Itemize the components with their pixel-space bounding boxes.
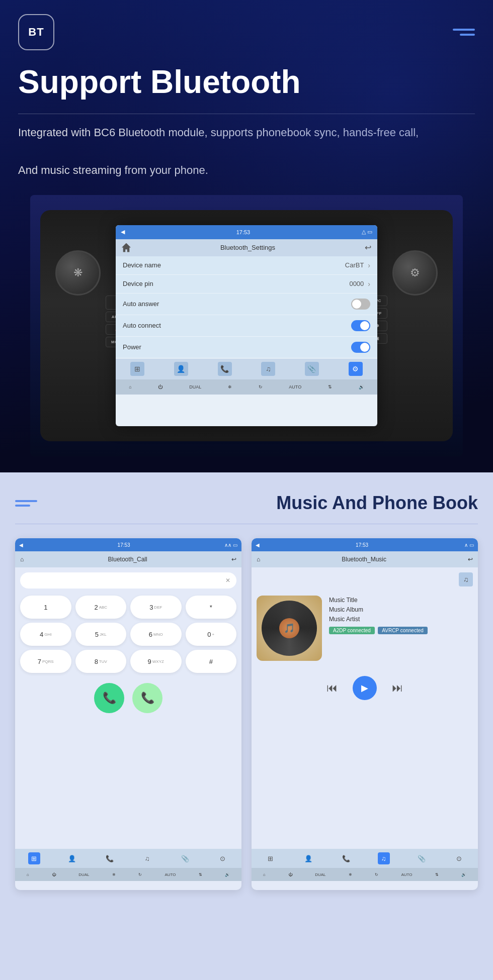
music-home-icon[interactable]: ⌂ (257, 556, 260, 563)
music-sys-power[interactable]: ⏻ (288, 872, 292, 877)
auto-connect-row[interactable]: Auto connect (116, 315, 377, 337)
menu-line-bottom (460, 34, 475, 36)
call-nav-grid[interactable]: ⊞ (28, 852, 40, 864)
dial-3[interactable]: 3DEF (130, 596, 182, 619)
dial-6[interactable]: 6MNO (130, 623, 182, 646)
screen-back-icon[interactable]: ↩ (365, 243, 371, 252)
sysbar-arrows[interactable]: ⇅ (328, 384, 332, 389)
dial-9[interactable]: 9WXYZ (130, 650, 182, 673)
music-nav-cam[interactable]: ⊙ (453, 852, 465, 864)
prev-track-button[interactable]: ⏮ (326, 681, 338, 695)
device-name-row[interactable]: Device name CarBT › (116, 256, 377, 275)
auto-answer-toggle[interactable] (351, 299, 370, 310)
music-controls: ⏮ ▶ ⏭ (257, 676, 473, 700)
music-sys-auto: AUTO (401, 872, 412, 877)
music-nav-clip[interactable]: 📎 (416, 852, 428, 864)
dial-4[interactable]: 4GHI (20, 623, 71, 646)
call-back-icon[interactable]: ↩ (231, 556, 236, 563)
dial-hash[interactable]: # (186, 650, 237, 673)
music-sys-dual: DUAL (315, 872, 325, 877)
album-art: 🎵 (257, 596, 322, 661)
play-button[interactable]: ▶ (353, 676, 377, 700)
power-toggle[interactable] (351, 342, 370, 353)
music-nav-person[interactable]: 👤 (302, 852, 314, 864)
nav-settings-icon[interactable]: ⚙ (349, 362, 363, 376)
sub-screens-container: ◀ 17:53 ∧∧ ▭ ⌂ Bluetooth_Call ↩ ✕ 1 2ABC… (15, 538, 478, 890)
call-titlebar: ⌂ Bluetooth_Call ↩ (15, 551, 241, 567)
vinyl-center: 🎵 (279, 618, 299, 638)
home-icon[interactable] (122, 243, 131, 252)
call-sys-vol[interactable]: 🔊 (225, 872, 230, 877)
sysbar-power[interactable]: ⏻ (158, 384, 162, 389)
auto-connect-label: Auto connect (123, 322, 161, 329)
music-nav-phone[interactable]: 📞 (340, 852, 352, 864)
dial-star[interactable]: * (186, 596, 237, 619)
call-nav-music[interactable]: ♫ (141, 852, 153, 864)
music-sys-vol[interactable]: 🔊 (461, 872, 466, 877)
call-nav-cam[interactable]: ⊙ (217, 852, 229, 864)
music-back-icon[interactable]: ↩ (468, 556, 473, 563)
next-track-button[interactable]: ⏭ (392, 681, 403, 695)
sysbar-fan[interactable]: ❄ (228, 384, 232, 389)
device-name-value: CarBT (345, 261, 364, 269)
auto-answer-row[interactable]: Auto answer (116, 293, 377, 315)
call-sys-snow[interactable]: ❄ (112, 872, 116, 877)
music-sys-snow[interactable]: ❄ (349, 872, 352, 877)
call-nav-clip[interactable]: 📎 (179, 852, 191, 864)
sysbar-recycle[interactable]: ↻ (259, 384, 263, 389)
left-knob[interactable]: ❋ (55, 250, 101, 296)
bottom-divider (15, 524, 478, 524)
call-nav-person[interactable]: 👤 (66, 852, 78, 864)
dial-2[interactable]: 2ABC (75, 596, 127, 619)
avrcp-badge: AVRCP connected (378, 627, 427, 634)
nav-person-icon[interactable]: 👤 (174, 362, 188, 376)
dial-search-bar[interactable]: ✕ (20, 572, 236, 589)
call-time: 17:53 (118, 542, 130, 548)
center-screen: ◀ 17:53 △ ▭ Bluetooth_Settings ↩ Device … (116, 225, 377, 426)
nav-phone-icon[interactable]: 📞 (218, 362, 232, 376)
call-home-icon[interactable]: ⌂ (20, 556, 24, 563)
bottom-menu-icon[interactable] (15, 500, 37, 507)
music-sys-home[interactable]: ⌂ (263, 872, 266, 877)
auto-connect-toggle[interactable] (351, 320, 370, 331)
nav-music-icon[interactable]: ♫ (261, 362, 275, 376)
music-status-icons: ∧ ▭ (464, 542, 474, 548)
sysbar-vol[interactable]: 🔊 (359, 384, 364, 389)
menu-button[interactable] (453, 29, 475, 36)
hangup-button[interactable]: 📞 (132, 683, 162, 713)
call-nav-phone[interactable]: 📞 (104, 852, 116, 864)
music-titlebar: ⌂ Bluetooth_Music ↩ (252, 551, 478, 567)
dial-clear-icon[interactable]: ✕ (225, 577, 230, 584)
call-button[interactable]: 📞 (94, 683, 124, 713)
music-sys-arrows[interactable]: ⇅ (435, 872, 439, 877)
call-sys-arrows[interactable]: ⇅ (199, 872, 202, 877)
nav-grid-icon[interactable]: ⊞ (130, 362, 144, 376)
call-sys-power[interactable]: ⏻ (52, 872, 56, 877)
menu-line-top (453, 29, 475, 31)
bottom-header: Music And Phone Book (15, 493, 478, 514)
music-nav-grid[interactable]: ⊞ (265, 852, 277, 864)
nav-clip-icon[interactable]: 📎 (305, 362, 319, 376)
music-note-icon[interactable]: ♫ (459, 572, 473, 586)
dial-1[interactable]: 1 (20, 596, 71, 619)
music-sys-recycle[interactable]: ↻ (375, 872, 378, 877)
dial-7[interactable]: 7PQRS (20, 650, 71, 673)
call-sysbar: ⌂ ⏻ DUAL ❄ ↻ AUTO ⇅ 🔊 (15, 868, 241, 881)
dial-0[interactable]: 0+ (186, 623, 237, 646)
dial-8[interactable]: 8TUV (75, 650, 127, 673)
sysbar-dual: DUAL (189, 384, 201, 389)
call-topbar: ◀ 17:53 ∧∧ ▭ (15, 538, 241, 551)
music-back-arrow[interactable]: ◀ (256, 542, 260, 548)
call-sys-home[interactable]: ⌂ (27, 872, 29, 877)
music-nav-music[interactable]: ♫ (378, 852, 390, 864)
music-artist-text: Music Artist (329, 615, 473, 624)
device-pin-row[interactable]: Device pin 0000 › (116, 275, 377, 293)
call-back-arrow[interactable]: ◀ (19, 542, 23, 548)
call-sys-recycle[interactable]: ↻ (138, 872, 142, 877)
power-row[interactable]: Power (116, 337, 377, 358)
screen-bottom-nav: ⊞ 👤 📞 ♫ 📎 ⚙ (116, 358, 377, 379)
right-knob[interactable]: ⚙ (392, 250, 438, 296)
dial-5[interactable]: 5JKL (75, 623, 127, 646)
sysbar-home[interactable]: ⌂ (129, 384, 131, 389)
back-arrow[interactable]: ◀ (121, 229, 125, 235)
